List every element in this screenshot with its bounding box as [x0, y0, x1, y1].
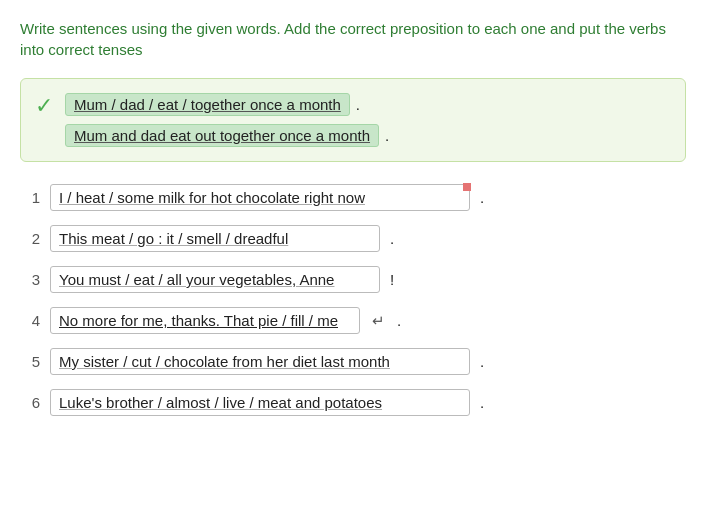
exercise-row-6: 6 .: [20, 389, 686, 416]
exercises-list: 1 . 2 . 3 ! 4 ↵ . 5 . 6 .: [20, 184, 686, 416]
enter-icon-4: ↵: [372, 312, 385, 330]
exercise-input-6[interactable]: [50, 389, 470, 416]
example-line-1: Mum / dad / eat / together once a month …: [65, 93, 389, 116]
exercise-end-2: .: [390, 230, 394, 247]
exercise-row-2: 2 .: [20, 225, 686, 252]
exercise-number-3: 3: [20, 271, 40, 288]
exercise-number-1: 1: [20, 189, 40, 206]
exercise-row-1: 1 .: [20, 184, 686, 211]
exercise-number-5: 5: [20, 353, 40, 370]
exercise-row-3: 3 !: [20, 266, 686, 293]
exercise-input-2[interactable]: [50, 225, 380, 252]
exercise-row-4: 4 ↵ .: [20, 307, 686, 334]
exercise-input-4[interactable]: [50, 307, 360, 334]
exercise-end-6: .: [480, 394, 484, 411]
example-lines: Mum / dad / eat / together once a month …: [65, 93, 389, 147]
example-prompt: Mum / dad / eat / together once a month: [65, 93, 350, 116]
exercise-number-2: 2: [20, 230, 40, 247]
exercise-end-3: !: [390, 271, 394, 288]
exercise-row-5: 5 .: [20, 348, 686, 375]
exercise-end-4: .: [397, 312, 401, 329]
exercise-end-5: .: [480, 353, 484, 370]
exercise-number-6: 6: [20, 394, 40, 411]
exercise-end-1: .: [480, 189, 484, 206]
check-icon: ✓: [35, 95, 53, 117]
exercise-input-3[interactable]: [50, 266, 380, 293]
exercise-number-4: 4: [20, 312, 40, 329]
input-wrapper-1: [50, 184, 470, 211]
example-dot-1: .: [356, 96, 360, 113]
exercise-input-1[interactable]: [50, 184, 470, 211]
example-box: ✓ Mum / dad / eat / together once a mont…: [20, 78, 686, 162]
red-corner-1: [463, 183, 471, 191]
example-answer: Mum and dad eat out together once a mont…: [65, 124, 379, 147]
example-line-2: Mum and dad eat out together once a mont…: [65, 124, 389, 147]
exercise-input-5[interactable]: [50, 348, 470, 375]
instructions-text: Write sentences using the given words. A…: [20, 18, 686, 60]
example-dot-2: .: [385, 127, 389, 144]
